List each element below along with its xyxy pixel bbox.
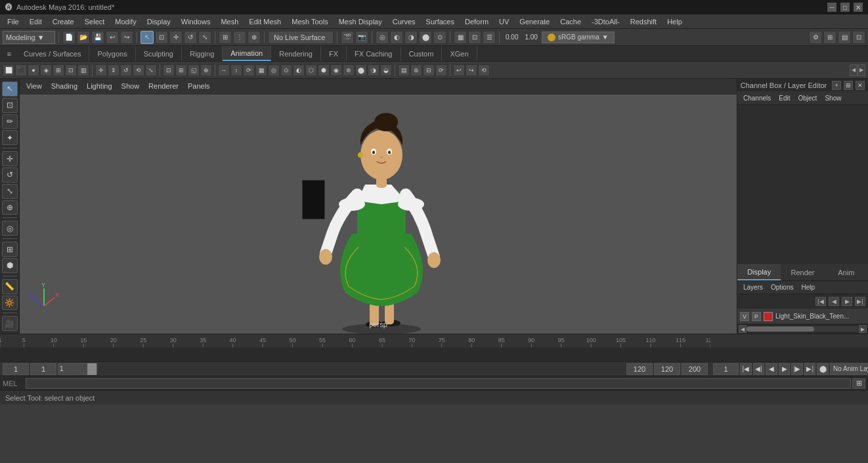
layer-arrow-prev[interactable]: ◀ <box>829 297 839 306</box>
anim-tb-h8[interactable]: ⬡ <box>305 64 317 76</box>
pb-first[interactable]: |◀ <box>740 363 752 375</box>
anim-tb-2[interactable]: ⬛ <box>15 64 27 76</box>
anim-tb-h2[interactable]: ↕ <box>230 64 242 76</box>
anim-tb-i4[interactable]: ⟳ <box>435 64 447 76</box>
xform2-btn[interactable]: ⊡ <box>468 31 481 44</box>
tool-move[interactable]: ✛ <box>2 151 18 166</box>
anim-layer-dropdown[interactable]: No Anim Layer ▼ <box>830 363 868 375</box>
maximize-button[interactable]: □ <box>840 3 850 12</box>
tool-measure[interactable]: 📏 <box>2 279 18 294</box>
new-btn[interactable]: 📄 <box>62 31 76 44</box>
select-btn[interactable]: ↖ <box>141 31 154 44</box>
vp-menu-renderer[interactable]: Renderer <box>144 81 183 91</box>
misc3-btn[interactable]: ◑ <box>404 31 418 44</box>
anim-tb-j2[interactable]: ↪ <box>466 64 477 76</box>
tab-xgen[interactable]: XGen <box>442 46 477 61</box>
render-btn[interactable]: 🎬 <box>341 31 354 44</box>
frame-start-field[interactable]: 1 <box>3 363 29 375</box>
tab-display[interactable]: Display <box>737 264 781 280</box>
anim-tb-bend[interactable]: ⟲ <box>133 64 144 76</box>
anim-tb-h3[interactable]: ⟳ <box>243 64 255 76</box>
anim-tb-h13[interactable]: ◑ <box>368 64 380 76</box>
menu-cache[interactable]: Cache <box>555 16 586 27</box>
redo-btn[interactable]: ↪ <box>120 31 133 44</box>
tool-scale2[interactable]: ⊕ <box>2 200 18 215</box>
anim-tb-h7[interactable]: ◐ <box>293 64 305 76</box>
menu-surfaces[interactable]: Surfaces <box>422 16 459 27</box>
pb-last[interactable]: ▶| <box>804 363 816 375</box>
pb-record[interactable]: ⬤ <box>817 363 829 375</box>
settings3-btn[interactable]: ▤ <box>838 31 851 44</box>
menu-display[interactable]: Display <box>142 16 175 27</box>
frame-end[interactable]: 120 <box>654 363 680 375</box>
tab-custom[interactable]: Custom <box>401 46 443 61</box>
close-button[interactable]: ✕ <box>854 3 863 12</box>
timeline-ruler[interactable]: var marks = [1,5,10,15,20,25,30,35,40,45… <box>0 334 868 347</box>
render2-btn[interactable]: 📷 <box>355 31 368 44</box>
ch-menu-channels[interactable]: Channels <box>740 93 774 103</box>
misc4-btn[interactable]: ⬤ <box>419 31 432 44</box>
tab-animation[interactable]: Animation <box>223 46 271 61</box>
timeline-keys[interactable] <box>0 347 868 361</box>
frame-step[interactable]: 200 <box>682 363 708 375</box>
anim-tb-h11[interactable]: ⊛ <box>343 64 355 76</box>
snap2-btn[interactable]: ⋮ <box>233 31 246 44</box>
tab-anim[interactable]: Anim <box>825 264 868 280</box>
tab-render[interactable]: Render <box>781 264 824 280</box>
anim-tb-scale[interactable]: ⤡ <box>145 64 157 76</box>
vp-menu-lighting[interactable]: Lighting <box>83 81 116 91</box>
menu-modify[interactable]: Modify <box>110 16 141 27</box>
open-btn[interactable]: 📂 <box>77 31 90 44</box>
anim-tb-h9[interactable]: ⬢ <box>318 64 330 76</box>
anim-tb-h1[interactable]: ↔ <box>218 64 230 76</box>
tool-soft[interactable]: ◎ <box>2 221 18 236</box>
anim-tb-7[interactable]: ▥ <box>77 64 89 76</box>
menu-edit[interactable]: Edit <box>25 16 47 27</box>
layer-arrow-last[interactable]: ▶| <box>855 297 865 306</box>
frame-slider-handle[interactable] <box>87 363 97 375</box>
anim-tb-i1[interactable]: ▤ <box>398 64 410 76</box>
tab-rigging[interactable]: Rigging <box>182 46 223 61</box>
settings4-btn[interactable]: ⊡ <box>852 31 865 44</box>
vp-menu-shading[interactable]: Shading <box>47 81 81 91</box>
menu-mesh[interactable]: Mesh <box>216 16 243 27</box>
cmdline-expand[interactable]: ⊞ <box>852 378 865 389</box>
save-btn[interactable]: 💾 <box>91 31 104 44</box>
ch-menu-object[interactable]: Object <box>795 93 821 103</box>
ch-menu-show[interactable]: Show <box>821 93 844 103</box>
minimize-button[interactable]: ─ <box>827 3 836 12</box>
menu-3dto[interactable]: -3DtoAll- <box>587 16 624 27</box>
layer-visibility[interactable]: V <box>740 312 749 321</box>
anim-tb-g3[interactable]: ◱ <box>188 64 200 76</box>
tool-scale[interactable]: ⤡ <box>2 184 18 199</box>
live-surface-btn[interactable]: No Live Surface <box>268 31 334 44</box>
tab-sculpting[interactable]: Sculpting <box>136 46 182 61</box>
anim-tb-j3[interactable]: ⟲ <box>478 64 490 76</box>
menu-generate[interactable]: Generate <box>515 16 554 27</box>
cmdline-input[interactable] <box>26 378 851 389</box>
frame-slider[interactable]: 1 <box>58 363 97 375</box>
tool-snap2[interactable]: ⬢ <box>2 258 18 273</box>
layer-menu-layers[interactable]: Layers <box>740 282 766 292</box>
menu-mesh-tools[interactable]: Mesh Tools <box>287 16 332 27</box>
xform3-btn[interactable]: ☰ <box>483 31 496 44</box>
anim-tb-i2[interactable]: ⊚ <box>410 64 422 76</box>
anim-tb-h5[interactable]: ◎ <box>268 64 280 76</box>
menu-create[interactable]: Create <box>48 16 79 27</box>
frame-end-anim[interactable]: 120 <box>626 363 653 375</box>
menu-help[interactable]: Help <box>662 16 687 27</box>
pb-stepback[interactable]: ◀| <box>753 363 765 375</box>
select-tool[interactable]: ↖ <box>2 81 18 97</box>
anim-tb-h4[interactable]: ▦ <box>255 64 267 76</box>
anim-tb-h10[interactable]: ◉ <box>330 64 342 76</box>
tab-fx[interactable]: FX <box>321 46 347 61</box>
anim-tb-4[interactable]: ◈ <box>40 64 52 76</box>
menu-curves[interactable]: Curves <box>388 16 420 27</box>
tool-rotate[interactable]: ↺ <box>2 167 18 183</box>
menu-file[interactable]: File <box>3 16 24 27</box>
menu-redshift[interactable]: Redshift <box>626 16 661 27</box>
tool-lasso[interactable]: ⊡ <box>2 98 18 113</box>
pb-stepfwd[interactable]: |▶ <box>791 363 803 375</box>
tool-camera[interactable]: 🎥 <box>2 316 18 331</box>
tool-sculpt[interactable]: ✦ <box>2 130 18 145</box>
